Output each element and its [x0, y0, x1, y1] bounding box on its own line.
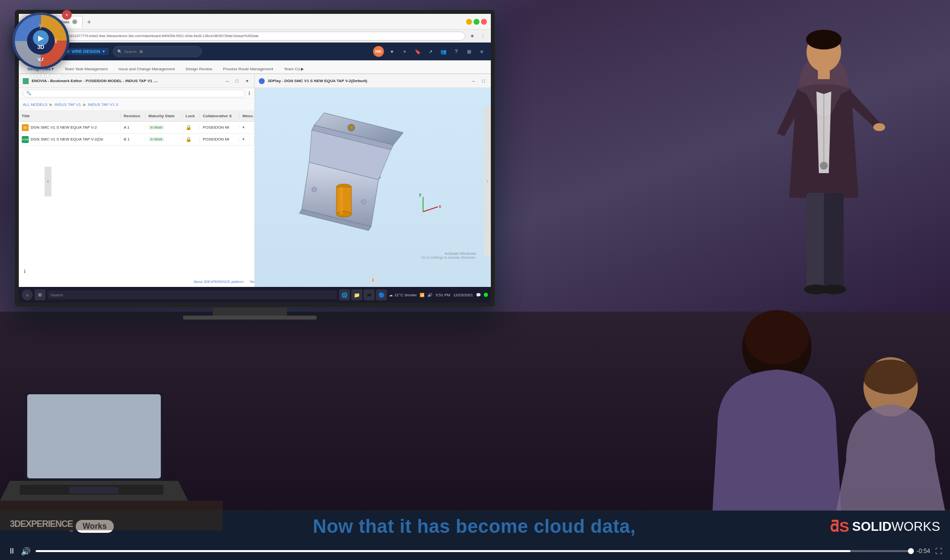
taskbar-task-view[interactable]: ⊞	[35, 289, 46, 300]
taskbar-edge-icon[interactable]: 🌐	[339, 289, 350, 300]
tab-design-review[interactable]: Design Review	[181, 65, 217, 74]
row1-maturity: In Work	[145, 125, 183, 130]
maximize-button[interactable]	[474, 19, 479, 25]
footer-about[interactable]: About 3DEXPERIENCE platform	[193, 280, 244, 283]
svg-point-17	[336, 211, 351, 217]
svg-line-21	[423, 207, 438, 212]
audience-person	[678, 288, 950, 511]
list-view-icon[interactable]: ≡	[477, 47, 487, 56]
browser-tab-close[interactable]: ×	[72, 19, 77, 24]
panel-info-icon[interactable]: ℹ	[248, 91, 250, 96]
panel-close-button[interactable]: ▾	[243, 78, 250, 85]
row2-menu[interactable]: ▾	[239, 137, 254, 141]
svg-rect-41	[27, 394, 161, 478]
help-icon[interactable]: ?	[451, 47, 461, 56]
svg-point-10	[349, 126, 353, 130]
taskbar-folder-icon[interactable]: 📁	[351, 289, 362, 300]
compass-widget[interactable]: y i v,r ▶ 3D 3DEXPERIENCE ×	[12, 12, 69, 71]
address-bar-row: ← → ↺ r11321011077779-indw2-ifwe.3dexper…	[19, 30, 491, 43]
bc-indus-tap-v1s[interactable]: INDUS TAP V1 S	[88, 102, 118, 107]
svg-text:x: x	[439, 204, 441, 209]
right-panel-minimize[interactable]: –	[470, 78, 477, 85]
right-panel: 3DPlay - DGN SMC V1 S NEW EQUA TAP V-2(D…	[255, 74, 491, 289]
row2-lock-icon: 🔒	[186, 137, 191, 142]
close-button[interactable]	[481, 19, 487, 25]
bc-indus-tap-v1[interactable]: INDUS TAP V1	[54, 102, 81, 107]
taskbar-search-bar[interactable]: Search	[48, 290, 337, 299]
table-row[interactable]: ASM DGN SMC V1 S NEW EQUA TAP V-2(De B 1…	[19, 134, 254, 145]
address-input[interactable]: r11321011077779-indw2-ifwe.3dexperience.…	[55, 32, 465, 41]
left-panel-collapse[interactable]: ‹	[45, 167, 51, 196]
compass-close-button[interactable]: ×	[62, 10, 72, 20]
volume-icon: 🔊	[428, 293, 432, 297]
app-bar: 3DDashboard WRE DESIGN ▾ 🔍 Search ⊞ HK ✦…	[19, 43, 491, 60]
sw-works-text: WORKS	[892, 519, 940, 534]
content-split: ENOVIA - Bookmark Editor - POSEIDON MODE…	[19, 74, 491, 289]
compass-circle[interactable]: y i v,r ▶ 3D	[12, 12, 69, 69]
notification-icon[interactable]: 💬	[476, 293, 481, 297]
browser-new-tab-button[interactable]: +	[85, 17, 94, 26]
monitor-base	[183, 316, 317, 320]
row2-title-cell: ASM DGN SMC V1 S NEW EQUA TAP V-2(De	[19, 136, 121, 143]
tab-process-route[interactable]: Process Route Management	[218, 65, 278, 74]
panel-search[interactable]: 🔍	[23, 90, 245, 97]
svg-rect-43	[69, 487, 119, 494]
bookmark-nav-icon[interactable]: 🔖	[413, 47, 423, 56]
app-bar-search[interactable]: 🔍 Search ⊞	[113, 46, 202, 57]
add-widget-icon[interactable]: +	[400, 47, 410, 56]
progress-bar[interactable]	[36, 550, 912, 552]
row1-menu[interactable]: ▾	[239, 125, 254, 130]
row1-icon: 3D	[22, 124, 29, 131]
grid-view-icon[interactable]: ⊞	[464, 47, 474, 56]
taskbar-mail-icon[interactable]: ✉	[364, 289, 375, 300]
table-row[interactable]: 3D DGN SMC V1 S NEW EQUA TAP V-2 A 1 In …	[19, 122, 254, 134]
svg-text:i: i	[55, 38, 56, 44]
right-panel-collapse[interactable]: ›	[484, 106, 491, 257]
taskbar-browser-icon[interactable]: 🔵	[376, 289, 387, 300]
bookmark-button[interactable]: ★	[468, 32, 476, 40]
activate-windows-notice: Activate Windows Go to Settings to activ…	[422, 251, 476, 259]
3dplay-icon	[259, 78, 265, 84]
left-panel-title: ENOVIA - Bookmark Editor - POSEIDON MODE…	[32, 79, 221, 83]
row1-revision: A 1	[121, 125, 145, 130]
panel-expand-button[interactable]: □	[234, 78, 240, 85]
model-info-button[interactable]: ℹ	[369, 276, 377, 284]
footer-terms[interactable]: Terms of Use	[250, 280, 255, 283]
sw-solid-text: SOLID	[852, 519, 891, 534]
model-3d-area[interactable]: x y Activate Windows Go to Settings to a…	[255, 88, 491, 289]
status-dot	[484, 293, 488, 297]
screen-content: 3UN - Design Data × + ← → ↺ r11321011077…	[19, 14, 491, 303]
taskbar-search-btn[interactable]: ○	[22, 289, 33, 300]
svg-point-39	[863, 360, 918, 394]
svg-rect-28	[818, 69, 830, 79]
panel-minimize-button[interactable]: –	[224, 78, 231, 85]
search-filter-icon: ⊞	[140, 49, 143, 54]
user-avatar[interactable]: HK	[373, 46, 384, 57]
row2-title: DGN SMC V1 S NEW EQUA TAP V-2(De	[31, 137, 103, 141]
progress-indicator	[908, 548, 914, 554]
svg-text:3D: 3D	[37, 44, 44, 50]
bc-sep-2: ▶	[83, 102, 86, 107]
menu-button[interactable]: ⋮	[479, 32, 487, 40]
taskbar-time: 3:51 PM	[435, 293, 450, 297]
share-icon[interactable]: ↗	[426, 47, 435, 56]
right-panel-expand[interactable]: □	[480, 78, 487, 85]
minimize-button[interactable]	[466, 19, 472, 25]
fullscreen-button[interactable]: ⛶	[935, 547, 942, 555]
svg-rect-18	[340, 187, 343, 214]
tab-team-co[interactable]: Team Co ▶	[279, 65, 309, 74]
laptop-foreground	[0, 382, 223, 530]
footer-links: About 3DEXPERIENCE platform Terms of Use…	[19, 278, 255, 285]
compass-nav-icon[interactable]: ✦	[387, 47, 397, 56]
activate-windows-line1: Activate Windows	[422, 251, 476, 256]
taskbar-system-tray: ☁ 21°C Smoke 📶 🔊 3:51 PM 12/23/2021 💬	[389, 293, 488, 297]
volume-button[interactable]: 🔊	[21, 547, 31, 556]
svg-rect-44	[0, 501, 223, 530]
tab-issue-change[interactable]: Issue and Change Management	[113, 65, 180, 74]
row2-revision: B 1	[121, 137, 145, 141]
people-icon[interactable]: 👥	[438, 47, 448, 56]
row1-collab: POSEIDON MI	[200, 125, 239, 130]
pause-button[interactable]: ⏸	[8, 547, 16, 556]
col-maturity: Maturity State	[145, 114, 183, 118]
bc-all-models[interactable]: ALL MODELS	[23, 102, 48, 107]
